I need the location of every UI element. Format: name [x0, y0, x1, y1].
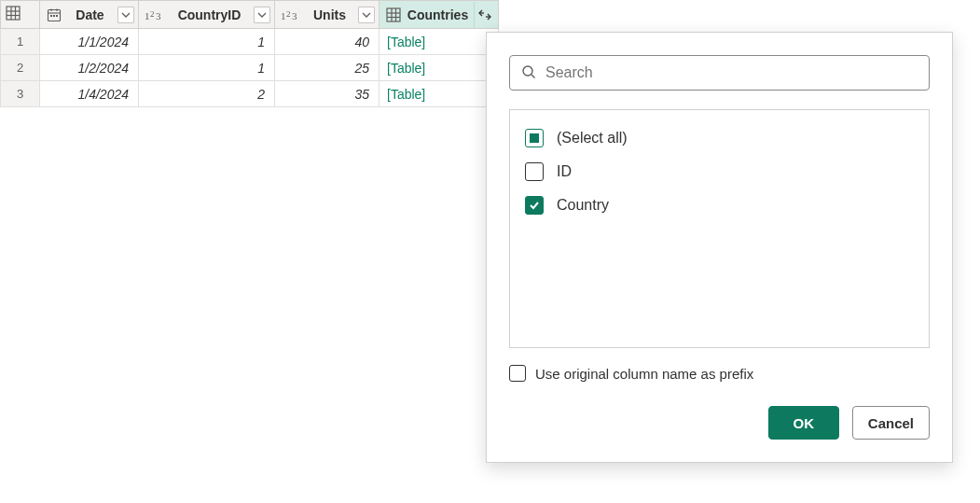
option-label: Country [557, 197, 609, 214]
date-type-icon [46, 7, 62, 23]
column-label: Countries [406, 7, 470, 22]
svg-rect-9 [50, 15, 52, 17]
option-select-all[interactable]: (Select all) [525, 129, 914, 147]
cell-date[interactable]: 1/2/2024 [40, 55, 139, 81]
ok-button[interactable]: OK [768, 406, 839, 440]
cell-date[interactable]: 1/1/2024 [40, 29, 139, 55]
checkbox-indeterminate[interactable] [525, 129, 544, 147]
cell-countryid[interactable]: 2 [139, 81, 275, 107]
svg-text:2: 2 [286, 9, 291, 19]
checkbox-unchecked[interactable] [509, 365, 526, 382]
cell-countries[interactable]: [Table] [380, 81, 499, 107]
svg-line-26 [531, 75, 535, 78]
svg-point-25 [523, 66, 532, 76]
search-icon [521, 64, 536, 82]
cell-countries[interactable]: [Table] [380, 29, 499, 55]
expand-icon [477, 8, 492, 21]
column-filter-button[interactable] [358, 7, 375, 23]
cell-units[interactable]: 40 [275, 29, 380, 55]
column-header-units[interactable]: 123 Units [275, 1, 380, 29]
cancel-button[interactable]: Cancel [852, 406, 930, 440]
chevron-down-icon [362, 10, 371, 20]
column-filter-button[interactable] [117, 7, 134, 23]
option-id[interactable]: ID [525, 162, 914, 181]
number-type-icon: 123 [145, 7, 165, 22]
svg-rect-11 [56, 15, 58, 17]
option-label: (Select all) [557, 130, 628, 147]
svg-text:1: 1 [281, 10, 286, 21]
chevron-down-icon [257, 10, 267, 20]
data-grid: Date 123 CountryID 123 [0, 0, 499, 107]
chevron-down-icon [121, 10, 131, 20]
expand-column-button[interactable] [474, 2, 494, 28]
expand-columns-popup: (Select all) ID Country Use original col… [486, 32, 953, 463]
column-header-date[interactable]: Date [40, 1, 139, 29]
svg-text:1: 1 [145, 10, 150, 21]
cell-countries[interactable]: [Table] [380, 55, 499, 81]
table-icon [5, 5, 21, 21]
table-row[interactable]: 1 1/1/2024 1 40 [Table] [1, 29, 499, 55]
cell-date[interactable]: 1/4/2024 [40, 81, 139, 107]
column-header-countries[interactable]: Countries [380, 1, 499, 29]
column-filter-button[interactable] [254, 7, 270, 23]
table-row[interactable]: 2 1/2/2024 1 25 [Table] [1, 55, 499, 81]
search-input[interactable] [545, 64, 918, 81]
cell-countryid[interactable]: 1 [139, 29, 275, 55]
column-header-countryid[interactable]: 123 CountryID [139, 1, 275, 29]
row-header-corner[interactable] [1, 1, 40, 29]
svg-text:3: 3 [156, 10, 161, 21]
cell-units[interactable]: 25 [275, 55, 380, 81]
prefix-label: Use original column name as prefix [535, 366, 753, 382]
svg-rect-10 [53, 15, 55, 17]
checkbox-checked[interactable] [525, 196, 544, 215]
column-label: CountryID [169, 7, 250, 22]
search-box[interactable] [509, 55, 930, 91]
option-label: ID [557, 163, 572, 180]
svg-text:3: 3 [292, 10, 297, 21]
prefix-checkbox-row[interactable]: Use original column name as prefix [509, 365, 930, 382]
column-options-list: (Select all) ID Country [509, 109, 930, 348]
svg-rect-18 [387, 8, 400, 21]
number-type-icon: 123 [281, 7, 301, 22]
cell-countryid[interactable]: 1 [139, 55, 275, 81]
cell-units[interactable]: 35 [275, 81, 380, 107]
row-number: 2 [1, 55, 40, 81]
row-number: 1 [1, 29, 40, 55]
checkbox-unchecked[interactable] [525, 162, 544, 181]
table-row[interactable]: 3 1/4/2024 2 35 [Table] [1, 81, 499, 107]
column-label: Units [305, 7, 354, 22]
svg-rect-0 [7, 7, 20, 20]
table-icon [385, 7, 402, 23]
button-row: OK Cancel [509, 406, 930, 440]
header-row: Date 123 CountryID 123 [1, 1, 499, 29]
svg-text:2: 2 [150, 9, 155, 19]
option-country[interactable]: Country [525, 196, 914, 215]
column-label: Date [66, 7, 114, 22]
check-icon [528, 199, 541, 212]
row-number: 3 [1, 81, 40, 107]
